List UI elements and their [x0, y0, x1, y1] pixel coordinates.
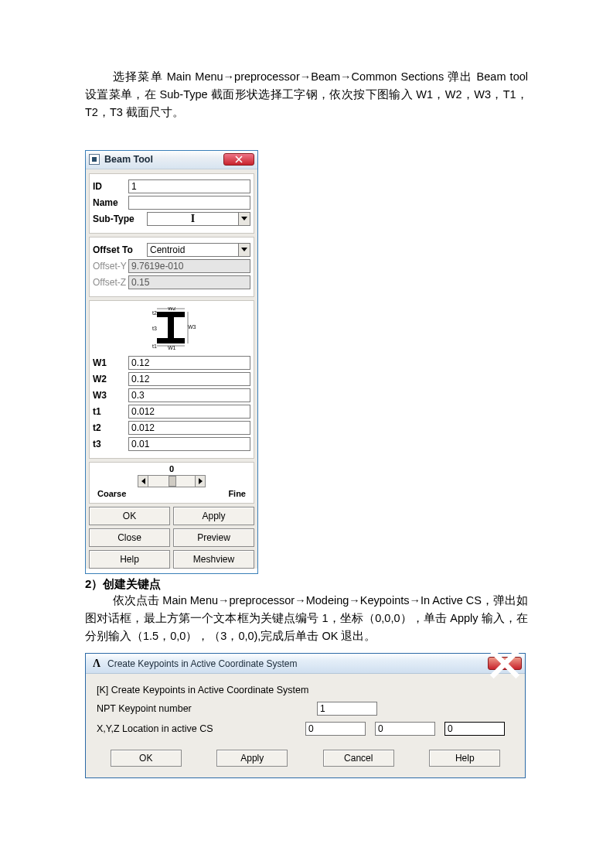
slider-thumb[interactable] [169, 476, 176, 487]
kp-close-button[interactable] [488, 657, 522, 670]
name-label: Name [93, 197, 128, 208]
slider-value: 0 [90, 464, 254, 473]
button-grid: OK Apply Close Preview Help Meshview [89, 507, 254, 569]
offset-to-select[interactable]: Centroid [147, 243, 250, 257]
kp-help-button[interactable]: Help [429, 750, 500, 767]
intro-paragraph: 选择菜单 Main Menu→preprocessor→Beam→Common … [85, 68, 528, 122]
w2-input[interactable] [128, 372, 250, 386]
offset-y-label: Offset-Y [93, 261, 128, 272]
t2-label: t2 [93, 422, 128, 433]
subtype-dropdown-button[interactable] [238, 213, 250, 225]
triangle-right-icon [199, 478, 203, 484]
t2-input[interactable] [128, 421, 250, 435]
t3-input[interactable] [128, 437, 250, 451]
svg-rect-0 [157, 312, 185, 317]
close-button[interactable]: Close [89, 528, 170, 547]
id-label: ID [93, 181, 128, 192]
y-input[interactable] [375, 722, 435, 736]
xyz-label: X,Y,Z Location in active CS [97, 723, 305, 734]
coarse-label: Coarse [97, 489, 126, 498]
ibeam-icon: I [191, 213, 195, 225]
system-menu-icon[interactable] [89, 154, 100, 165]
z-input[interactable] [444, 722, 505, 736]
mesh-density-panel: 0 Coarse Fine [89, 462, 254, 504]
offset-to-value: Centroid [148, 244, 238, 256]
kp-heading: [K] Create Keypoints in Active Coordinat… [97, 685, 514, 695]
beam-tool-dialog: Beam Tool ID Name Sub-Type I [85, 150, 258, 574]
preview-button[interactable]: Preview [173, 528, 254, 547]
section-2-paragraph: 依次点击 Main Menu→preprocessor→Modeing→Keyp… [85, 592, 528, 646]
subtype-label: Sub-Type [93, 214, 147, 224]
meshview-button[interactable]: Meshview [173, 550, 254, 569]
kp-cancel-button[interactable]: Cancel [323, 750, 394, 767]
create-keypoints-dialog: Λ Create Keypoints in Active Coordinate … [85, 653, 526, 778]
svg-text:W2: W2 [168, 307, 176, 311]
subtype-select[interactable]: I [147, 212, 250, 226]
ansys-icon: Λ [90, 658, 103, 670]
triangle-left-icon [141, 478, 145, 484]
section-diagram: t2 W2 t3 W3 t1 W1 [93, 304, 250, 354]
svg-text:t1: t1 [152, 343, 157, 349]
slider-left-button[interactable] [138, 475, 148, 487]
t3-label: t3 [93, 439, 128, 449]
w1-label: W1 [93, 357, 128, 368]
section-2-title: 2）创建关键点 [85, 577, 528, 592]
kp-titlebar[interactable]: Λ Create Keypoints in Active Coordinate … [86, 654, 525, 674]
offset-to-label: Offset To [93, 244, 147, 255]
id-input[interactable] [128, 179, 250, 193]
fine-label: Fine [228, 489, 246, 498]
help-button[interactable]: Help [89, 550, 170, 569]
slider-track[interactable] [148, 475, 195, 487]
offset-z-input [128, 275, 250, 289]
name-input[interactable] [128, 196, 250, 210]
w3-label: W3 [93, 390, 128, 401]
w2-label: W2 [93, 374, 128, 384]
chevron-down-icon [241, 217, 247, 220]
t1-label: t1 [93, 406, 128, 417]
svg-text:t3: t3 [152, 326, 157, 331]
id-panel: ID Name Sub-Type I [89, 173, 254, 234]
ok-button[interactable]: OK [89, 507, 170, 525]
offset-panel: Offset To Centroid Offset-Y Offset-Z [89, 237, 254, 297]
slider-right-button[interactable] [195, 475, 206, 487]
npt-label: NPT Keypoint number [97, 703, 317, 714]
svg-rect-2 [168, 317, 174, 338]
offset-z-label: Offset-Z [93, 277, 128, 288]
w3-input[interactable] [128, 388, 250, 402]
beam-tool-title: Beam Tool [104, 154, 153, 165]
close-button[interactable] [223, 153, 254, 166]
offset-y-input [128, 259, 250, 273]
offset-to-dropdown-button[interactable] [238, 244, 250, 256]
kp-apply-button[interactable]: Apply [216, 750, 288, 767]
svg-rect-1 [157, 338, 185, 343]
x-input[interactable] [305, 722, 366, 736]
close-icon [489, 648, 521, 680]
kp-title: Create Keypoints in Active Coordinate Sy… [107, 658, 297, 669]
dimensions-panel: t2 W2 t3 W3 t1 W1 W1 W2 W3 t1 [89, 300, 254, 459]
svg-text:W3: W3 [188, 324, 196, 330]
npt-input[interactable] [317, 702, 377, 716]
w1-input[interactable] [128, 356, 250, 370]
kp-ok-button[interactable]: OK [111, 750, 182, 767]
svg-text:t2: t2 [152, 310, 157, 316]
t1-input[interactable] [128, 405, 250, 419]
beam-tool-titlebar[interactable]: Beam Tool [86, 151, 257, 169]
chevron-down-icon [241, 248, 247, 251]
apply-button[interactable]: Apply [173, 507, 254, 525]
close-icon [235, 155, 243, 163]
